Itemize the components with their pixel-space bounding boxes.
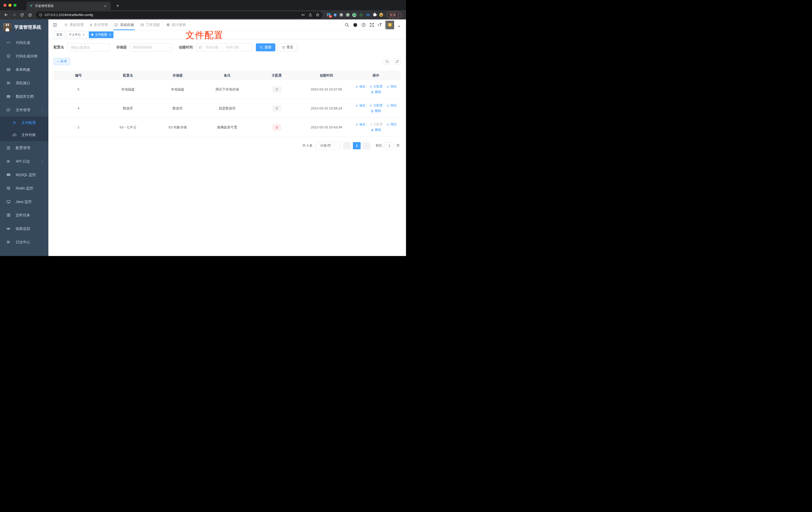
cloud-upload-icon xyxy=(12,133,17,137)
delete-action[interactable]: 删除 xyxy=(371,128,381,132)
edit-action-label: 修改 xyxy=(359,103,366,108)
sidebar-logo[interactable]: 芋道管理系统 xyxy=(0,20,48,35)
sidebar-item-scheduled-jobs[interactable]: 定时任务 xyxy=(0,208,48,222)
extension-dot-icon[interactable] xyxy=(346,13,350,17)
edit-action[interactable]: 修改 xyxy=(355,122,366,127)
reset-button-label: 重置 xyxy=(287,45,293,50)
goto-page-input[interactable] xyxy=(384,142,395,149)
set-master-action[interactable]: 主配置 xyxy=(369,103,383,108)
back-icon[interactable] xyxy=(2,11,9,19)
master-status-badge: 否 xyxy=(272,87,281,92)
nav-menu-infrastructure[interactable]: 基础设施 xyxy=(111,20,137,30)
sidebar-item-code-example[interactable]: 代码生成示例 xyxy=(0,49,48,63)
sidebar-item-file-list[interactable]: 文件列表 xyxy=(0,129,48,141)
sidebar-item-form-builder[interactable]: 表单构建 xyxy=(0,63,48,76)
nav-menu-system[interactable]: 系统管理 xyxy=(61,20,87,30)
tag-home[interactable]: 首页 xyxy=(54,31,65,38)
help-icon[interactable] xyxy=(361,23,366,27)
sidebar-item-java-monitor[interactable]: Java 监控 xyxy=(0,195,48,208)
prev-page-button[interactable] xyxy=(343,142,351,149)
search-button[interactable]: 搜索 xyxy=(256,43,275,51)
edit-action-label: 修改 xyxy=(359,85,366,89)
sidebar-collapse-icon[interactable] xyxy=(48,23,61,27)
extension-diamond-icon[interactable]: 11 xyxy=(327,13,331,17)
fullscreen-icon[interactable] xyxy=(370,23,374,27)
chrome-update-menu[interactable]: 更新 xyxy=(387,12,402,18)
extension-emoji-icon[interactable] xyxy=(379,13,383,17)
browser-tab[interactable]: 芋道管理系统 ✕ xyxy=(26,2,111,10)
set-master-action[interactable]: 主配置 xyxy=(369,85,383,89)
next-page-button[interactable] xyxy=(362,142,370,149)
user-menu-caret-icon[interactable] xyxy=(398,26,400,27)
sidebar-item-label: Redis 监控 xyxy=(16,186,33,191)
password-key-icon[interactable] xyxy=(301,13,305,17)
page-content: 配置名 存储器 请选择存储器 创建时间 xyxy=(48,39,406,256)
storage-select[interactable]: 请选择存储器 xyxy=(130,43,172,51)
tag-profile[interactable]: 个人中心 ✕ xyxy=(66,31,87,38)
extensions-puzzle-icon[interactable] xyxy=(373,13,376,16)
github-icon[interactable] xyxy=(353,23,358,27)
date-range-picker[interactable]: 开始日期 - 结束日期 xyxy=(196,43,252,51)
extension-eye-icon[interactable] xyxy=(366,13,370,17)
sidebar-item-config-management[interactable]: 配置管理 xyxy=(0,141,48,155)
add-button[interactable]: + 新增 xyxy=(54,58,70,65)
sidebar-item-trace[interactable]: 链路追踪 xyxy=(0,222,48,235)
browser-toolbar: 127.0.0.1:1024/infra/file/file-config 11… xyxy=(0,10,406,20)
sidebar-item-system-api[interactable]: 系统接口 xyxy=(0,76,48,90)
new-tab-button[interactable]: + xyxy=(114,3,121,10)
cell-id: 4 xyxy=(54,107,103,110)
goto-label: 前往 xyxy=(376,143,382,148)
address-bar[interactable]: 127.0.0.1:1024/infra/file/file-config xyxy=(36,11,322,19)
tag-file-config[interactable]: 文件配置 ✕ xyxy=(89,31,113,38)
nav-menu-payment[interactable]: ¥ 支付管理 xyxy=(87,20,111,30)
kebab-menu-icon xyxy=(398,13,399,17)
sidebar-item-label: 文件配置 xyxy=(22,120,36,125)
close-icon[interactable]: ✕ xyxy=(109,33,111,36)
test-action[interactable]: 测试 xyxy=(386,122,397,127)
font-size-icon[interactable]: TT xyxy=(378,23,382,27)
close-icon[interactable]: ✕ xyxy=(83,33,85,36)
close-window-button[interactable] xyxy=(3,4,6,7)
file-config-table: 编号 配置名 存储器 备注 主配置 创建时间 操作 5 本地磁盘 本地磁盘 测试… xyxy=(54,71,401,137)
edit-action[interactable]: 修改 xyxy=(355,103,366,108)
nav-menu-workflow[interactable]: 工作流程 xyxy=(137,20,163,30)
search-icon[interactable] xyxy=(345,23,349,27)
sidebar-item-code-generation[interactable]: </> 代码生成 xyxy=(0,36,48,49)
delete-action[interactable]: 删除 xyxy=(371,90,381,94)
maximize-window-button[interactable] xyxy=(13,4,17,7)
extension-star-icon[interactable] xyxy=(359,13,363,17)
bookmark-star-icon[interactable] xyxy=(316,13,319,17)
extension-y-icon[interactable]: Y xyxy=(352,13,356,17)
page-size-select[interactable]: 10条/页 xyxy=(316,142,340,149)
column-header-created: 创建时间 xyxy=(301,73,351,78)
sidebar-item-redis-monitor[interactable]: Redis 监控 xyxy=(0,181,48,195)
test-action[interactable]: 测试 xyxy=(386,85,397,89)
delete-action[interactable]: 删除 xyxy=(371,109,381,113)
test-action[interactable]: 测试 xyxy=(386,103,397,108)
tab-favicon-plant-icon xyxy=(29,4,33,8)
sidebar-item-api-log[interactable]: API 日志 xyxy=(0,155,48,168)
sidebar-item-db-doc[interactable]: 数据库文档 xyxy=(0,90,48,103)
sidebar-item-file-management[interactable]: 文件管理 xyxy=(0,103,48,117)
refresh-button[interactable] xyxy=(394,58,401,65)
home-icon[interactable] xyxy=(26,11,33,19)
minimize-window-button[interactable] xyxy=(8,4,11,7)
tab-close-icon[interactable]: ✕ xyxy=(103,4,108,8)
config-name-input[interactable] xyxy=(67,43,110,51)
share-icon[interactable] xyxy=(309,13,312,17)
sidebar-item-mysql-monitor[interactable]: MySQL 监控 xyxy=(0,168,48,181)
reset-button[interactable]: 重置 xyxy=(278,43,297,51)
extension-command-icon[interactable]: ⌘ xyxy=(340,13,343,17)
nav-menu-report[interactable]: 统计报表 xyxy=(163,20,189,30)
forward-icon[interactable] xyxy=(10,11,18,19)
show-search-toggle-button[interactable] xyxy=(383,58,390,65)
extension-pin-icon[interactable] xyxy=(334,13,338,17)
user-avatar[interactable] xyxy=(385,21,394,29)
sidebar-item-log-center[interactable]: 日志中心 xyxy=(0,235,48,249)
site-info-icon[interactable] xyxy=(39,13,42,17)
page-number-button[interactable]: 1 xyxy=(353,142,360,149)
edit-action[interactable]: 修改 xyxy=(355,85,366,89)
config-name-label: 配置名 xyxy=(54,45,64,50)
sidebar-item-file-config[interactable]: 文件配置 xyxy=(0,117,48,129)
reload-icon[interactable] xyxy=(19,11,25,19)
